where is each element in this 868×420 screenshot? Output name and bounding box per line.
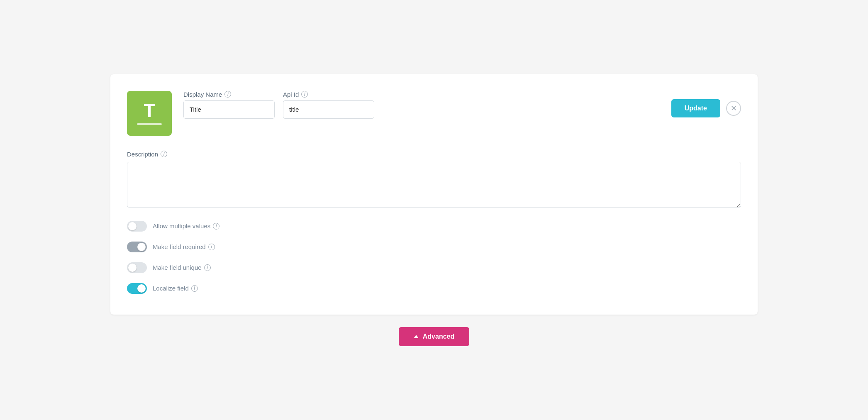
make-required-knob [137, 243, 146, 251]
toggle-row-make-required: Make field required i [127, 242, 741, 252]
header-row: T Display Name i Api Id i [127, 91, 741, 136]
chevron-up-icon [414, 335, 419, 338]
localize-field-knob [137, 284, 146, 293]
make-unique-toggle[interactable] [127, 262, 147, 273]
page-wrapper: T Display Name i Api Id i [110, 74, 758, 346]
display-name-label: Display Name i [183, 91, 275, 98]
make-unique-info-icon[interactable]: i [204, 264, 211, 271]
description-textarea[interactable] [127, 162, 741, 208]
header-actions: Update ✕ [671, 91, 741, 117]
toggle-rows: Allow multiple values i Make field requi… [127, 221, 741, 294]
allow-multiple-info-icon[interactable]: i [213, 223, 219, 230]
toggle-row-allow-multiple: Allow multiple values i [127, 221, 741, 232]
make-required-toggle[interactable] [127, 242, 147, 252]
make-required-info-icon[interactable]: i [208, 244, 215, 250]
description-section: Description i [127, 151, 741, 209]
make-unique-label: Make field unique i [153, 264, 211, 271]
make-unique-knob [128, 264, 137, 272]
make-required-label: Make field required i [153, 243, 215, 250]
description-label: Description i [127, 151, 741, 158]
close-button[interactable]: ✕ [726, 101, 741, 116]
localize-field-toggle[interactable] [127, 283, 147, 294]
toggle-row-make-unique: Make field unique i [127, 262, 741, 273]
header-fields: Display Name i Api Id i [183, 91, 660, 119]
localize-field-info-icon[interactable]: i [191, 285, 198, 292]
field-icon-underline [137, 123, 162, 125]
advanced-button[interactable]: Advanced [399, 327, 469, 346]
allow-multiple-toggle[interactable] [127, 221, 147, 232]
close-icon: ✕ [731, 104, 737, 113]
field-icon-letter: T [144, 102, 155, 120]
display-name-input[interactable] [183, 100, 275, 119]
api-id-info-icon[interactable]: i [301, 91, 308, 98]
advanced-bar: Advanced [110, 327, 758, 346]
toggle-row-localize-field: Localize field i [127, 283, 741, 294]
display-name-group: Display Name i [183, 91, 275, 119]
api-id-input[interactable] [283, 100, 374, 119]
display-name-info-icon[interactable]: i [224, 91, 231, 98]
localize-field-label: Localize field i [153, 285, 198, 292]
update-button[interactable]: Update [671, 99, 720, 117]
api-id-label: Api Id i [283, 91, 374, 98]
description-info-icon[interactable]: i [161, 151, 167, 157]
allow-multiple-knob [128, 222, 137, 230]
allow-multiple-label: Allow multiple values i [153, 222, 219, 230]
field-type-icon: T [127, 91, 172, 136]
main-card: T Display Name i Api Id i [110, 74, 758, 315]
api-id-group: Api Id i [283, 91, 374, 119]
